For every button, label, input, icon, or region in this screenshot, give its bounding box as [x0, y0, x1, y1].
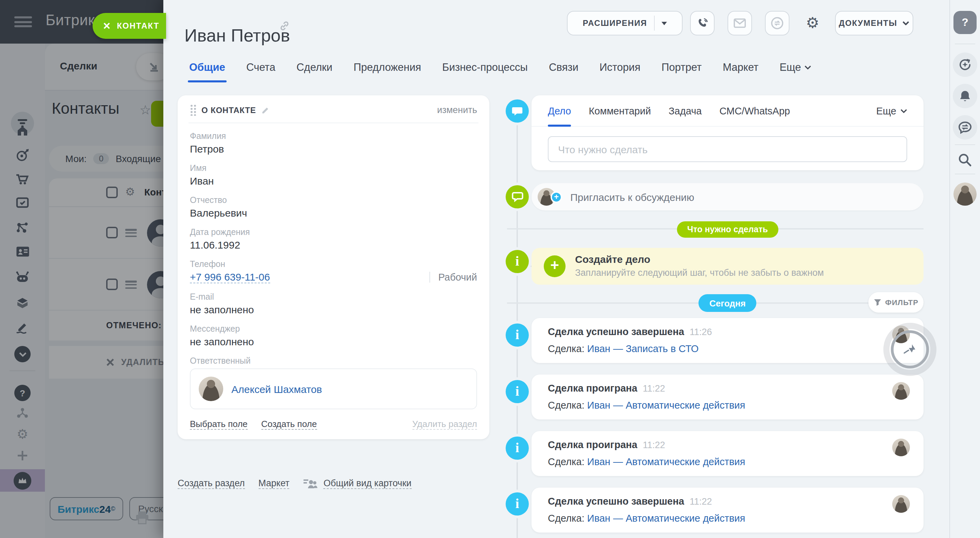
- create-activity-hint[interactable]: + Создайте дело Запланируйте следующий ш…: [531, 248, 924, 285]
- copy-link-icon[interactable]: [279, 21, 290, 31]
- info-icon: i: [506, 324, 529, 346]
- responsible-name-link[interactable]: Алексей Шахматов: [231, 383, 322, 394]
- timeline-entry[interactable]: Сделка успешно завершена11:26 Сделка: Ив…: [531, 318, 924, 363]
- chip-label: КОНТАКТ: [117, 21, 159, 30]
- timeline-entry[interactable]: Сделка проиграна11:22 Сделка: Иван — Авт…: [531, 431, 924, 476]
- sync-button[interactable]: [765, 11, 789, 35]
- info-icon: i: [506, 250, 529, 273]
- contact-slider-chip[interactable]: ✕ КОНТАКТ: [92, 13, 166, 39]
- add-activity-icon[interactable]: +: [544, 255, 566, 277]
- about-panel-title: О КОНТАКТЕ: [202, 105, 256, 115]
- author-avatar: [892, 382, 910, 400]
- chevron-down-icon: [900, 109, 907, 113]
- composer-tab-sms[interactable]: СМС/WhatsApp: [719, 105, 790, 116]
- mail-icon: [733, 18, 746, 28]
- copilot-button[interactable]: [953, 53, 977, 77]
- bell-icon: [959, 89, 971, 102]
- edit-link[interactable]: изменить: [437, 105, 477, 115]
- edit-pencil-icon[interactable]: [261, 106, 269, 114]
- composer-tab-comment[interactable]: Комментарий: [589, 105, 651, 116]
- timeline-rail: [517, 102, 518, 538]
- activity-composer: Дело Комментарий Задача СМС/WhatsApp Еще: [531, 95, 924, 170]
- extensions-button[interactable]: РАСШИРЕНИЯ: [567, 11, 682, 35]
- field-messenger: Мессенджерне заполнено: [190, 324, 477, 347]
- tab-portrait[interactable]: Портрет: [662, 61, 702, 73]
- invite-label: Пригласить к обсуждению: [570, 191, 694, 203]
- chevron-down-icon: [903, 21, 910, 25]
- todo-tooltip-badge: Что нужно сделать: [677, 221, 778, 238]
- timeline-filter-button[interactable]: ФИЛЬТР: [869, 292, 924, 313]
- create-section-link[interactable]: Создать раздел: [178, 478, 245, 489]
- chevron-down-icon: [804, 65, 811, 69]
- contact-tabs: Общие Счета Сделки Предложения Бизнес-пр…: [189, 61, 811, 73]
- timeline-entry[interactable]: Сделка успешно завершена11:22 Сделка: Ив…: [531, 488, 924, 533]
- invite-to-discussion[interactable]: + Пригласить к обсуждению: [531, 183, 924, 211]
- info-icon: i: [506, 380, 529, 403]
- search-icon: [958, 153, 972, 168]
- tab-quotes[interactable]: Предложения: [353, 61, 421, 73]
- profile-avatar[interactable]: [953, 182, 977, 206]
- author-avatar: [892, 495, 910, 513]
- activity-stream-icon: [506, 99, 529, 123]
- info-icon: i: [506, 492, 529, 516]
- messenger-button[interactable]: [953, 115, 977, 140]
- card-footer-links: Создать раздел Маркет Общий вид карточки: [178, 478, 411, 489]
- call-button[interactable]: [690, 11, 714, 35]
- info-icon: i: [506, 436, 529, 460]
- contact-detail-slider: Иван Петров РАСШИРЕНИЯ ⚙ ДОКУМЕНТЫ Общие: [163, 0, 950, 538]
- tab-relations[interactable]: Связи: [549, 61, 579, 73]
- tab-more[interactable]: Еще: [780, 61, 811, 73]
- discussion-icon: [506, 185, 529, 208]
- extensions-dropdown-icon[interactable]: [662, 21, 667, 25]
- funnel-icon: [873, 299, 881, 306]
- right-toolbar: ?: [950, 0, 980, 538]
- date-group-badge: Сегодня: [698, 294, 757, 312]
- search-button[interactable]: [958, 153, 972, 168]
- deal-link[interactable]: Иван — Автоматические действия: [587, 400, 745, 411]
- help-button[interactable]: ?: [953, 11, 977, 34]
- deal-link[interactable]: Иван — Записать в СТО: [587, 343, 699, 354]
- field-lastname: ФамилияПетров: [190, 131, 477, 155]
- chat-exchange-icon: [958, 121, 972, 134]
- responsible-card[interactable]: Алексей Шахматов: [190, 369, 477, 409]
- notifications-button[interactable]: [953, 84, 977, 108]
- phone-link[interactable]: +7 996 639-11-06: [190, 271, 270, 283]
- composer-tab-more[interactable]: Еще: [876, 105, 907, 116]
- tab-invoices[interactable]: Счета: [247, 61, 275, 73]
- deal-link[interactable]: Иван — Автоматические действия: [587, 456, 745, 467]
- tab-market[interactable]: Маркет: [723, 61, 759, 73]
- composer-tab-task[interactable]: Задача: [669, 105, 702, 116]
- field-responsible: Ответственный Алексей Шахматов: [190, 356, 477, 409]
- copilot-icon: [958, 58, 972, 72]
- deal-link[interactable]: Иван — Автоматические действия: [587, 513, 745, 524]
- composer-tab-deal[interactable]: Дело: [548, 105, 571, 116]
- todo-input[interactable]: [548, 136, 907, 162]
- card-view-link[interactable]: Общий вид карточки: [324, 478, 411, 489]
- contact-title: Иван Петров: [185, 26, 290, 47]
- phone-type-label: Рабочий: [430, 272, 477, 283]
- phone-icon: [696, 17, 709, 30]
- people-group-icon: [303, 478, 318, 489]
- field-firstname: ИмяИван: [190, 163, 477, 187]
- tab-deals[interactable]: Сделки: [296, 61, 332, 73]
- email-button[interactable]: [727, 11, 752, 35]
- select-field-link[interactable]: Выбрать поле: [190, 419, 248, 430]
- author-avatar: [892, 439, 910, 456]
- field-email: E-mailне заполнено: [190, 292, 477, 315]
- documents-button[interactable]: ДОКУМЕНТЫ: [835, 11, 913, 35]
- market-link[interactable]: Маркет: [258, 478, 289, 489]
- exchange-icon: [770, 16, 784, 30]
- drag-handle-icon[interactable]: [190, 104, 196, 116]
- settings-button[interactable]: ⚙: [800, 11, 825, 35]
- timeline-entry[interactable]: Сделка проиграна11:22 Сделка: Иван — Авт…: [531, 375, 924, 420]
- field-phone: Телефон +7 996 639-11-06 Рабочий: [190, 259, 477, 283]
- tab-history[interactable]: История: [600, 61, 640, 73]
- tab-bizproc[interactable]: Бизнес-процессы: [442, 61, 528, 73]
- field-birthdate: Дата рождения11.06.1992: [190, 227, 477, 251]
- delete-section-link[interactable]: Удалить раздел: [412, 419, 477, 430]
- add-user-icon[interactable]: +: [550, 191, 562, 203]
- close-icon[interactable]: ✕: [103, 21, 111, 30]
- pin-icon[interactable]: [902, 341, 918, 357]
- tab-general[interactable]: Общие: [189, 61, 225, 73]
- create-field-link[interactable]: Создать поле: [261, 419, 317, 430]
